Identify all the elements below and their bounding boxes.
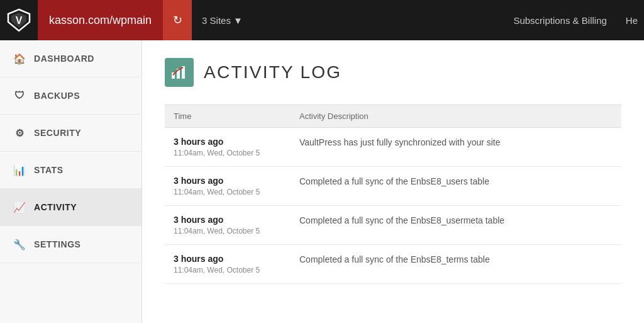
activity-log-icon <box>165 58 194 87</box>
dashboard-icon: 🏠 <box>13 52 26 65</box>
col-desc-header: Activity Description <box>291 105 621 128</box>
activity-log-body: 3 hours ago 11:04am, Wed, October 5 Vaul… <box>165 128 621 284</box>
sidebar-label-security: Security <box>34 128 81 138</box>
sidebar-item-activity[interactable]: 📈 Activity <box>0 189 142 226</box>
activity-description-0: VaultPress has just fully synchronized w… <box>299 136 501 147</box>
sidebar-label-dashboard: Dashboard <box>34 54 94 64</box>
table-row: 3 hours ago 11:04am, Wed, October 5 Comp… <box>165 206 621 245</box>
time-primary-2: 3 hours ago <box>174 215 282 225</box>
table-header: Time Activity Description <box>165 105 621 128</box>
activity-chart-icon <box>170 64 188 81</box>
activity-description-1: Completed a full sync of the EnbsE8_user… <box>299 175 489 186</box>
activity-icon: 📈 <box>13 200 26 214</box>
sidebar: 🏠 Dashboard 🛡 Backups ⚙ Security 📊 Stats… <box>0 40 142 323</box>
time-secondary-1: 11:04am, Wed, October 5 <box>174 188 282 196</box>
time-primary-3: 3 hours ago <box>174 254 282 264</box>
sidebar-item-stats[interactable]: 📊 Stats <box>0 152 142 189</box>
activity-description-3: Completed a full sync of the EnbsE8_term… <box>299 253 490 264</box>
sites-dropdown-button[interactable]: 3 Sites ▼ <box>192 0 253 40</box>
content-area: Activity Log Time Activity Description 3… <box>142 40 644 323</box>
sidebar-item-security[interactable]: ⚙ Security <box>0 115 142 152</box>
top-nav: V kasson.com/wpmain ↻ 3 Sites ▼ Subscrip… <box>0 0 644 40</box>
sidebar-label-settings: Settings <box>34 239 81 249</box>
sidebar-label-stats: Stats <box>34 165 64 175</box>
sidebar-item-dashboard[interactable]: 🏠 Dashboard <box>0 40 142 77</box>
site-name: kasson.com/wpmain <box>49 14 152 27</box>
site-name-area: kasson.com/wpmain <box>38 0 163 40</box>
sidebar-item-backups[interactable]: 🛡 Backups <box>0 77 142 115</box>
sidebar-label-backups: Backups <box>34 91 80 101</box>
sites-label: 3 Sites ▼ <box>202 15 243 26</box>
table-row: 3 hours ago 11:04am, Wed, October 5 Comp… <box>165 167 621 206</box>
vaultpress-logo-icon: V <box>7 8 31 32</box>
activity-table: Time Activity Description 3 hours ago 11… <box>165 105 621 284</box>
page-header: Activity Log <box>165 58 621 87</box>
time-secondary-3: 11:04am, Wed, October 5 <box>174 266 282 275</box>
time-secondary-0: 11:04am, Wed, October 5 <box>174 149 282 157</box>
refresh-button[interactable]: ↻ <box>163 0 192 40</box>
col-time-header: Time <box>165 105 291 128</box>
help-link[interactable]: He <box>619 15 644 26</box>
backups-icon: 🛡 <box>13 89 26 103</box>
stats-icon: 📊 <box>13 163 26 177</box>
main-layout: 🏠 Dashboard 🛡 Backups ⚙ Security 📊 Stats… <box>0 40 644 323</box>
time-primary-1: 3 hours ago <box>174 176 282 186</box>
activity-description-2: Completed a full sync of the EnbsE8_user… <box>299 214 504 225</box>
table-row: 3 hours ago 11:04am, Wed, October 5 Vaul… <box>165 128 621 167</box>
refresh-icon: ↻ <box>173 13 182 27</box>
sidebar-label-activity: Activity <box>34 202 77 212</box>
time-primary-0: 3 hours ago <box>174 137 282 147</box>
svg-text:V: V <box>16 15 23 26</box>
table-row: 3 hours ago 11:04am, Wed, October 5 Comp… <box>165 245 621 284</box>
page-title: Activity Log <box>204 62 341 82</box>
logo-area: V <box>0 0 38 40</box>
security-icon: ⚙ <box>13 126 26 140</box>
settings-icon: 🔧 <box>13 237 26 251</box>
subscriptions-billing-link[interactable]: Subscriptions & Billing <box>501 15 619 26</box>
time-secondary-2: 11:04am, Wed, October 5 <box>174 227 282 235</box>
sidebar-item-settings[interactable]: 🔧 Settings <box>0 226 142 263</box>
